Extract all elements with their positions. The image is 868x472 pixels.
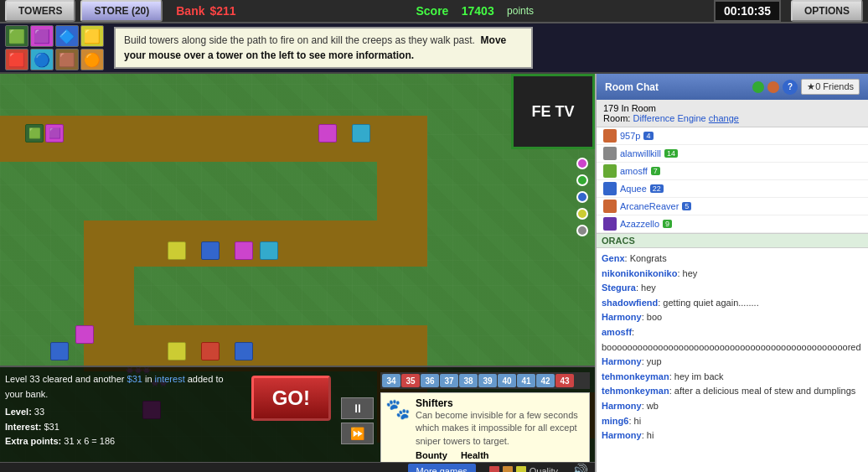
creep-bounty: Bounty$10: [416, 450, 447, 462]
msg-3: Stegura: hey: [602, 281, 863, 296]
tower-cell-8[interactable]: 🟠: [80, 49, 104, 70]
player-item-3: amosff 7: [597, 163, 868, 180]
chat-messages: Genx: Kongrats nikonikonikoniko: hey Ste…: [597, 248, 868, 472]
tower-cell-4[interactable]: 🟨: [80, 25, 104, 47]
chat-header: Room Chat ? ★0 Friends: [597, 74, 868, 100]
player-avatar-3: [603, 164, 617, 178]
player-avatar-6: [603, 217, 617, 231]
player-name-5[interactable]: ArcaneReaver: [620, 201, 679, 211]
bank-value: $211: [209, 4, 235, 18]
tv-text: FE TV: [531, 103, 574, 121]
level-tab-36[interactable]: 36: [421, 374, 439, 387]
orange-dot-icon: [767, 81, 779, 93]
tower-cell-2[interactable]: 🟪: [30, 25, 54, 47]
level-tabs: 34 35 36 37 38 39 40 41 42 43: [380, 372, 590, 389]
level-tab-40[interactable]: 40: [498, 374, 516, 387]
chat-title: Room Chat: [605, 81, 659, 93]
topbar: TOWERS STORE (20) Bank $211 Score 17403 …: [0, 0, 868, 23]
room-label: Room:: [603, 113, 630, 123]
player-item-5: ArcaneReaver 5: [597, 198, 868, 215]
quality-block-red: [489, 466, 499, 473]
level-tab-39[interactable]: 39: [478, 374, 497, 387]
player-avatar-4: [603, 182, 617, 195]
creep-info-box: 🐾 Shifters Can become invisible for a fe…: [380, 392, 590, 462]
info-text: Build towers along side the path to fire…: [124, 33, 523, 63]
extra-points-info: Extra points: 31 x 6 = 186: [5, 434, 241, 449]
score-label: Score: [416, 4, 449, 18]
msg-8: tehmonkeyman: hey im back: [602, 370, 863, 385]
room-change-link[interactable]: change: [709, 113, 739, 123]
creep-health: Health8296hp: [461, 450, 492, 462]
game-canvas[interactable]: FE TV 🟩 🟪: [0, 74, 595, 462]
player-list: 957p 4 alanwillkill 14 amosff 7 Aquee 22: [597, 127, 868, 234]
player-name-2[interactable]: alanwillkill: [620, 148, 661, 158]
store-button[interactable]: STORE (20): [80, 0, 163, 22]
bank-label: Bank: [176, 4, 204, 18]
level-tab-41[interactable]: 41: [517, 374, 535, 387]
game-timer: 00:10:35: [714, 0, 781, 22]
level-tab-43[interactable]: 43: [555, 374, 574, 387]
go-button[interactable]: GO!: [251, 376, 331, 421]
quality-block-orange: [503, 466, 513, 473]
level-tab-37[interactable]: 37: [440, 374, 458, 387]
tower-panel: 🟩 🟪 🔷 🟨 🟥 🔵 🟫 🟠 Build towers along side …: [0, 23, 868, 74]
status-message: Level 33 cleared and another $31 in inte…: [5, 372, 241, 402]
msg-7: Harmony: yup: [602, 355, 863, 370]
info-box: Build towers along side the path to fire…: [114, 27, 533, 69]
tower-cell-5[interactable]: 🟥: [5, 49, 28, 70]
tv-preview: FE TV: [511, 74, 595, 149]
msg-12: Harmony: hi: [602, 428, 863, 443]
friends-button[interactable]: ★0 Friends: [801, 79, 860, 95]
player-name-1[interactable]: 957p: [620, 131, 640, 141]
msg-6: amosff: booooooooooooooooooooooooooooooo…: [602, 325, 863, 355]
chat-room-info: 179 In Room Room: Difference Engine chan…: [597, 100, 868, 127]
player-item-4: Aquee 22: [597, 180, 868, 198]
main-area: FE TV 🟩 🟪: [0, 74, 868, 462]
options-button[interactable]: OPTIONS: [791, 0, 863, 22]
level-tab-38[interactable]: 38: [459, 374, 478, 387]
chat-header-icons: ? ★0 Friends: [752, 79, 860, 95]
creep-description: Can become invisible for a few seconds w…: [416, 409, 585, 448]
level-tab-35[interactable]: 35: [401, 374, 420, 387]
player-avatar-5: [603, 200, 617, 213]
level-tab-42[interactable]: 42: [536, 374, 555, 387]
tower-cell-6[interactable]: 🔵: [30, 49, 54, 70]
quality-block-yellow: [516, 466, 526, 473]
green-dot-icon: [752, 81, 764, 93]
towers-button[interactable]: TOWERS: [5, 0, 75, 22]
quality-control[interactable]: Quality: [489, 466, 558, 473]
player-badge-6: 9: [663, 220, 672, 228]
status-bar: More games Quality 🔊: [0, 462, 595, 472]
player-item-6: Azazzello 9: [597, 215, 868, 233]
msg-1: Genx: Kongrats: [602, 252, 863, 267]
player-badge-5: 5: [682, 202, 691, 210]
msg-5: Harmony: boo: [602, 310, 863, 325]
level-tab-34[interactable]: 34: [382, 374, 400, 387]
player-name-4[interactable]: Aquee: [620, 184, 647, 194]
msg-10: Harmony: wb: [602, 399, 863, 414]
quality-label: Quality: [530, 466, 558, 473]
player-item-1: 957p 4: [597, 127, 868, 145]
tower-cell-3[interactable]: 🔷: [55, 25, 79, 47]
player-name-6[interactable]: Azazzello: [620, 219, 659, 229]
tower-cell-7[interactable]: 🟫: [55, 49, 79, 70]
oracs-label: ORACS: [597, 234, 868, 248]
score-suffix: points: [507, 5, 534, 17]
msg-11: ming6: hi: [602, 414, 863, 429]
player-badge-3: 7: [651, 167, 660, 175]
pause-button[interactable]: ⏸: [341, 397, 374, 419]
msg-2: nikonikonikoniko: hey: [602, 267, 863, 282]
player-avatar-1: [603, 129, 617, 143]
score-value: 17403: [462, 4, 494, 18]
player-name-3[interactable]: amosff: [620, 166, 648, 176]
player-avatar-2: [603, 147, 617, 160]
help-icon[interactable]: ?: [783, 80, 798, 95]
volume-button[interactable]: 🔊: [571, 463, 588, 472]
tower-grid: 🟩 🟪 🔷 🟨 🟥 🔵 🟫 🟠: [5, 25, 104, 70]
tower-cell-1[interactable]: 🟩: [5, 25, 28, 47]
interest-info: Interest: $31: [5, 420, 241, 435]
more-games-button[interactable]: More games: [408, 464, 476, 473]
player-badge-4: 22: [650, 184, 664, 193]
player-badge-1: 4: [643, 132, 653, 140]
fast-forward-button[interactable]: ⏩: [341, 423, 374, 444]
